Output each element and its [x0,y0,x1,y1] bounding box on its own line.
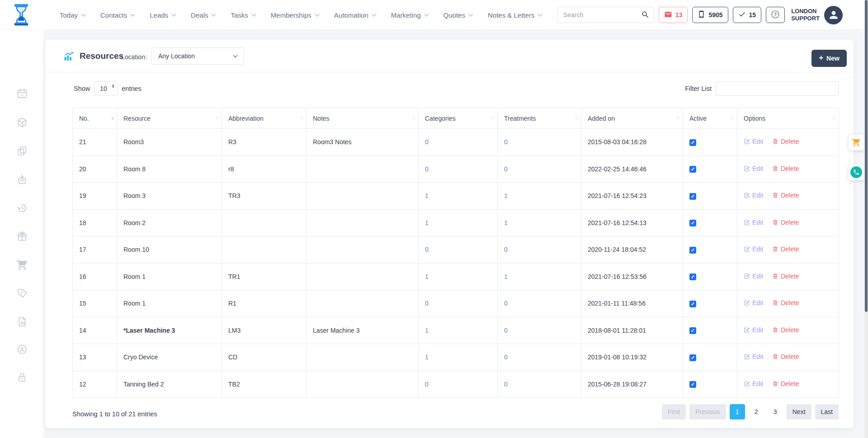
phone-badge[interactable]: 5905 [692,7,728,23]
column-header-resource[interactable]: Resource↑↓ [117,108,222,129]
categories-count-link[interactable]: 1 [425,353,429,361]
nav-item-leads[interactable]: Leads [150,11,175,19]
treatments-count-link[interactable]: 0 [504,165,508,173]
delete-button[interactable]: Delete [772,219,799,226]
sidebar-item-package[interactable] [16,117,28,128]
treatments-count-link[interactable]: 0 [504,381,508,388]
tasks-badge[interactable]: 15 [733,7,762,23]
delete-button[interactable]: Delete [772,138,799,145]
active-checkbox[interactable]: ✓ [689,166,696,173]
active-checkbox[interactable]: ✓ [689,247,696,254]
pagination-1[interactable]: 1 [730,404,745,419]
column-header-treatments[interactable]: Treatments↑↓ [498,108,581,129]
edit-button[interactable]: Edit [744,138,763,145]
sidebar-item-history[interactable] [16,202,28,214]
delete-button[interactable]: Delete [772,326,799,334]
categories-count-link[interactable]: 0 [425,246,429,253]
sidebar-item-cart[interactable] [16,259,28,271]
nav-item-contacts[interactable]: Contacts [100,11,134,19]
delete-button[interactable]: Delete [772,353,799,360]
treatments-count-link[interactable]: 0 [504,353,508,361]
edit-button[interactable]: Edit [744,192,763,199]
active-checkbox[interactable]: ✓ [689,273,696,280]
edit-button[interactable]: Edit [744,299,763,306]
categories-count-link[interactable]: 0 [425,300,429,307]
edit-button[interactable]: Edit [744,245,763,253]
filter-input[interactable] [716,81,839,96]
floating-phone-button[interactable] [848,164,864,180]
avatar[interactable] [824,6,843,24]
column-header-no[interactable]: No.↑↓ [73,108,117,129]
active-checkbox[interactable]: ✓ [689,381,696,388]
column-header-active[interactable]: Active↑↓ [683,108,737,129]
sidebar-item-duplicate[interactable] [16,145,28,157]
active-checkbox[interactable]: ✓ [689,301,696,307]
column-header-options[interactable]: Options↑↓ [737,108,839,129]
sidebar-item-gift[interactable] [16,231,28,242]
active-checkbox[interactable]: ✓ [689,354,696,361]
treatments-count-link[interactable]: 0 [504,246,508,253]
delete-button[interactable]: Delete [772,380,799,387]
nav-item-notes-letters[interactable]: Notes & Letters [488,11,542,19]
location-select[interactable]: Any Location [151,47,244,65]
nav-item-tasks[interactable]: Tasks [231,11,255,19]
column-header-abbreviation[interactable]: Abbreviation↑↓ [222,108,307,129]
active-checkbox[interactable]: ✓ [689,193,696,200]
scrollbar-thumb[interactable] [865,0,868,312]
categories-count-link[interactable]: 1 [425,219,429,226]
sidebar-item-shopping-bag[interactable] [16,174,28,185]
treatments-count-link[interactable]: 1 [504,273,508,280]
nav-item-today[interactable]: Today [60,11,85,19]
delete-button[interactable]: Delete [772,299,799,306]
categories-count-link[interactable]: 0 [425,138,429,146]
nav-item-memberships[interactable]: Memberships [271,11,319,19]
pagination-next[interactable]: Next [787,404,811,419]
active-checkbox[interactable]: ✓ [689,139,696,146]
column-header-categories[interactable]: Categories↑↓ [419,108,498,129]
edit-button[interactable]: Edit [744,165,763,172]
pagination-2[interactable]: 2 [749,404,764,419]
treatments-count-link[interactable]: 0 [504,327,508,334]
sidebar-item-account[interactable] [16,344,28,355]
sidebar-item-price-tag[interactable]: $ [16,287,28,299]
edit-button[interactable]: Edit [744,326,763,334]
sidebar-item-lock[interactable] [16,372,28,383]
edit-button[interactable]: Edit [744,353,763,360]
pagination-3[interactable]: 3 [768,404,783,419]
nav-item-quotes[interactable]: Quotes [443,11,472,19]
column-header-added-on[interactable]: Added on↑↓ [581,108,683,129]
sidebar-item-calendar[interactable]: 12 [16,88,28,99]
mail-badge[interactable]: 13 [659,7,688,23]
nav-item-automation[interactable]: Automation [334,11,376,19]
treatments-count-link[interactable]: 0 [504,300,508,307]
delete-button[interactable]: Delete [772,165,799,172]
delete-button[interactable]: Delete [772,245,799,253]
categories-count-link[interactable]: 1 [425,327,429,334]
search-icon[interactable] [641,10,650,19]
delete-button[interactable]: Delete [772,192,799,199]
new-button[interactable]: + New [811,50,847,67]
nav-item-marketing[interactable]: Marketing [391,11,428,19]
categories-count-link[interactable]: 1 [425,273,429,280]
active-checkbox[interactable]: ✓ [689,327,696,334]
treatments-count-link[interactable]: 0 [504,138,508,146]
help-button[interactable]: ? [766,7,785,23]
pagination-last[interactable]: Last [815,404,839,419]
search-input[interactable] [557,7,654,23]
sidebar-item-report[interactable] [16,316,28,328]
categories-count-link[interactable]: 0 [425,381,429,388]
categories-count-link[interactable]: 0 [425,165,429,173]
column-header-notes[interactable]: Notes↑↓ [307,108,419,129]
edit-button[interactable]: Edit [744,380,763,387]
edit-button[interactable]: Edit [744,273,763,280]
app-logo-hourglass-icon[interactable] [13,4,30,26]
treatments-count-link[interactable]: 1 [504,192,508,199]
treatments-count-link[interactable]: 1 [504,219,508,226]
page-size-select[interactable]: 10 ▴▾ [94,81,118,96]
categories-count-link[interactable]: 1 [425,192,429,199]
nav-item-deals[interactable]: Deals [191,11,215,19]
delete-button[interactable]: Delete [772,273,799,280]
edit-button[interactable]: Edit [744,219,763,226]
floating-cart-button[interactable] [848,134,864,151]
active-checkbox[interactable]: ✓ [689,220,696,226]
